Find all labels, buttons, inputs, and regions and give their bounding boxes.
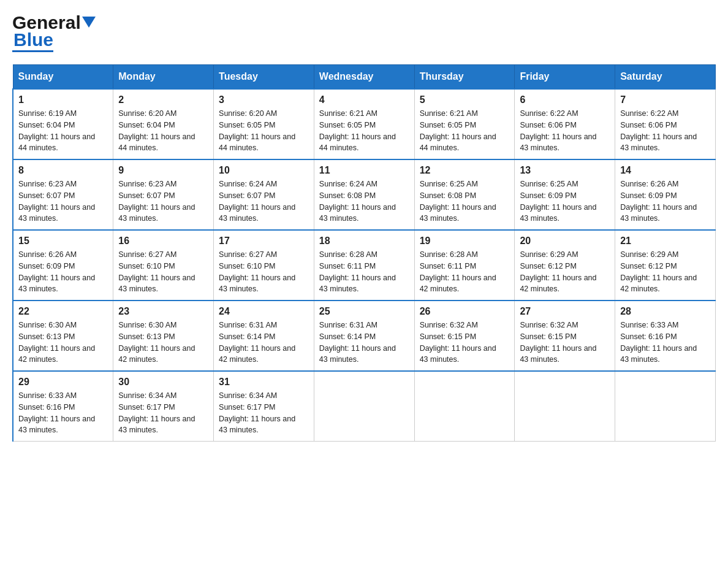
table-row: 12Sunrise: 6:25 AMSunset: 6:08 PMDayligh… <box>414 159 515 230</box>
day-info: Sunrise: 6:26 AMSunset: 6:09 PMDaylight:… <box>620 178 710 224</box>
week-row-2: 8Sunrise: 6:23 AMSunset: 6:07 PMDaylight… <box>13 159 716 230</box>
table-row: 14Sunrise: 6:26 AMSunset: 6:09 PMDayligh… <box>615 159 716 230</box>
day-number: 16 <box>118 236 208 247</box>
day-info: Sunrise: 6:21 AMSunset: 6:05 PMDaylight:… <box>420 108 510 154</box>
day-number: 10 <box>219 165 309 176</box>
day-number: 14 <box>620 165 710 176</box>
day-number: 7 <box>620 94 710 105</box>
table-row: 23Sunrise: 6:30 AMSunset: 6:13 PMDayligh… <box>113 301 214 371</box>
table-row <box>615 371 716 442</box>
day-number: 30 <box>118 377 208 388</box>
day-number: 27 <box>520 306 610 317</box>
day-info: Sunrise: 6:19 AMSunset: 6:04 PMDaylight:… <box>18 108 108 154</box>
table-row: 2Sunrise: 6:20 AMSunset: 6:04 PMDaylight… <box>113 89 214 159</box>
day-info: Sunrise: 6:21 AMSunset: 6:05 PMDaylight:… <box>319 108 409 154</box>
day-info: Sunrise: 6:22 AMSunset: 6:06 PMDaylight:… <box>620 108 710 154</box>
day-number: 11 <box>319 165 409 176</box>
table-row: 4Sunrise: 6:21 AMSunset: 6:05 PMDaylight… <box>314 89 414 159</box>
col-header-thursday: Thursday <box>414 65 515 90</box>
day-info: Sunrise: 6:22 AMSunset: 6:06 PMDaylight:… <box>520 108 610 154</box>
table-row: 11Sunrise: 6:24 AMSunset: 6:08 PMDayligh… <box>314 159 414 230</box>
logo: General Blue <box>12 12 96 52</box>
table-row: 18Sunrise: 6:28 AMSunset: 6:11 PMDayligh… <box>314 230 414 301</box>
day-info: Sunrise: 6:27 AMSunset: 6:10 PMDaylight:… <box>118 249 208 295</box>
day-info: Sunrise: 6:26 AMSunset: 6:09 PMDaylight:… <box>18 249 108 295</box>
day-info: Sunrise: 6:33 AMSunset: 6:16 PMDaylight:… <box>620 320 710 366</box>
day-info: Sunrise: 6:20 AMSunset: 6:05 PMDaylight:… <box>219 108 309 154</box>
table-row: 27Sunrise: 6:32 AMSunset: 6:15 PMDayligh… <box>515 301 615 371</box>
day-number: 28 <box>620 306 710 317</box>
day-info: Sunrise: 6:30 AMSunset: 6:13 PMDaylight:… <box>118 320 208 366</box>
day-number: 5 <box>420 94 510 105</box>
col-header-saturday: Saturday <box>615 65 716 90</box>
day-info: Sunrise: 6:20 AMSunset: 6:04 PMDaylight:… <box>118 108 208 154</box>
table-row: 31Sunrise: 6:34 AMSunset: 6:17 PMDayligh… <box>214 371 314 442</box>
table-row: 22Sunrise: 6:30 AMSunset: 6:13 PMDayligh… <box>13 301 113 371</box>
day-number: 2 <box>118 94 208 105</box>
day-number: 9 <box>118 165 208 176</box>
table-row: 8Sunrise: 6:23 AMSunset: 6:07 PMDaylight… <box>13 159 113 230</box>
col-header-tuesday: Tuesday <box>214 65 314 90</box>
day-info: Sunrise: 6:29 AMSunset: 6:12 PMDaylight:… <box>520 249 610 295</box>
table-row: 1Sunrise: 6:19 AMSunset: 6:04 PMDaylight… <box>13 89 113 159</box>
day-info: Sunrise: 6:29 AMSunset: 6:12 PMDaylight:… <box>620 249 710 295</box>
table-row: 15Sunrise: 6:26 AMSunset: 6:09 PMDayligh… <box>13 230 113 301</box>
day-info: Sunrise: 6:25 AMSunset: 6:08 PMDaylight:… <box>420 178 510 224</box>
calendar-header-row: SundayMondayTuesdayWednesdayThursdayFrid… <box>13 65 716 90</box>
table-row: 30Sunrise: 6:34 AMSunset: 6:17 PMDayligh… <box>113 371 214 442</box>
col-header-friday: Friday <box>515 65 615 90</box>
table-row: 10Sunrise: 6:24 AMSunset: 6:07 PMDayligh… <box>214 159 314 230</box>
table-row: 17Sunrise: 6:27 AMSunset: 6:10 PMDayligh… <box>214 230 314 301</box>
day-info: Sunrise: 6:31 AMSunset: 6:14 PMDaylight:… <box>219 320 309 366</box>
day-number: 20 <box>520 236 610 247</box>
day-info: Sunrise: 6:32 AMSunset: 6:15 PMDaylight:… <box>420 320 510 366</box>
week-row-4: 22Sunrise: 6:30 AMSunset: 6:13 PMDayligh… <box>13 301 716 371</box>
logo-triangle-icon <box>82 17 96 30</box>
table-row <box>515 371 615 442</box>
day-info: Sunrise: 6:25 AMSunset: 6:09 PMDaylight:… <box>520 178 610 224</box>
day-number: 15 <box>18 236 108 247</box>
table-row: 13Sunrise: 6:25 AMSunset: 6:09 PMDayligh… <box>515 159 615 230</box>
day-info: Sunrise: 6:28 AMSunset: 6:11 PMDaylight:… <box>420 249 510 295</box>
week-row-5: 29Sunrise: 6:33 AMSunset: 6:16 PMDayligh… <box>13 371 716 442</box>
day-info: Sunrise: 6:32 AMSunset: 6:15 PMDaylight:… <box>520 320 610 366</box>
day-info: Sunrise: 6:34 AMSunset: 6:17 PMDaylight:… <box>118 390 208 436</box>
day-number: 29 <box>18 377 108 388</box>
day-number: 3 <box>219 94 309 105</box>
day-info: Sunrise: 6:34 AMSunset: 6:17 PMDaylight:… <box>219 390 309 436</box>
day-number: 25 <box>319 306 409 317</box>
table-row: 19Sunrise: 6:28 AMSunset: 6:11 PMDayligh… <box>414 230 515 301</box>
table-row: 20Sunrise: 6:29 AMSunset: 6:12 PMDayligh… <box>515 230 615 301</box>
day-info: Sunrise: 6:30 AMSunset: 6:13 PMDaylight:… <box>18 320 108 366</box>
table-row <box>314 371 414 442</box>
table-row: 21Sunrise: 6:29 AMSunset: 6:12 PMDayligh… <box>615 230 716 301</box>
table-row: 24Sunrise: 6:31 AMSunset: 6:14 PMDayligh… <box>214 301 314 371</box>
table-row: 28Sunrise: 6:33 AMSunset: 6:16 PMDayligh… <box>615 301 716 371</box>
day-number: 6 <box>520 94 610 105</box>
day-info: Sunrise: 6:23 AMSunset: 6:07 PMDaylight:… <box>18 178 108 224</box>
day-number: 18 <box>319 236 409 247</box>
day-info: Sunrise: 6:23 AMSunset: 6:07 PMDaylight:… <box>118 178 208 224</box>
day-number: 21 <box>620 236 710 247</box>
day-number: 24 <box>219 306 309 317</box>
day-number: 12 <box>420 165 510 176</box>
logo-blue-text: Blue <box>12 31 53 52</box>
day-info: Sunrise: 6:24 AMSunset: 6:08 PMDaylight:… <box>319 178 409 224</box>
week-row-1: 1Sunrise: 6:19 AMSunset: 6:04 PMDaylight… <box>13 89 716 159</box>
svg-marker-0 <box>82 17 96 28</box>
table-row <box>414 371 515 442</box>
table-row: 7Sunrise: 6:22 AMSunset: 6:06 PMDaylight… <box>615 89 716 159</box>
col-header-sunday: Sunday <box>13 65 113 90</box>
table-row: 6Sunrise: 6:22 AMSunset: 6:06 PMDaylight… <box>515 89 615 159</box>
calendar-table: SundayMondayTuesdayWednesdayThursdayFrid… <box>12 64 716 442</box>
page-header: General Blue <box>12 12 716 52</box>
col-header-monday: Monday <box>113 65 214 90</box>
table-row: 25Sunrise: 6:31 AMSunset: 6:14 PMDayligh… <box>314 301 414 371</box>
week-row-3: 15Sunrise: 6:26 AMSunset: 6:09 PMDayligh… <box>13 230 716 301</box>
day-info: Sunrise: 6:33 AMSunset: 6:16 PMDaylight:… <box>18 390 108 436</box>
table-row: 16Sunrise: 6:27 AMSunset: 6:10 PMDayligh… <box>113 230 214 301</box>
day-info: Sunrise: 6:27 AMSunset: 6:10 PMDaylight:… <box>219 249 309 295</box>
day-number: 17 <box>219 236 309 247</box>
day-number: 4 <box>319 94 409 105</box>
table-row: 29Sunrise: 6:33 AMSunset: 6:16 PMDayligh… <box>13 371 113 442</box>
